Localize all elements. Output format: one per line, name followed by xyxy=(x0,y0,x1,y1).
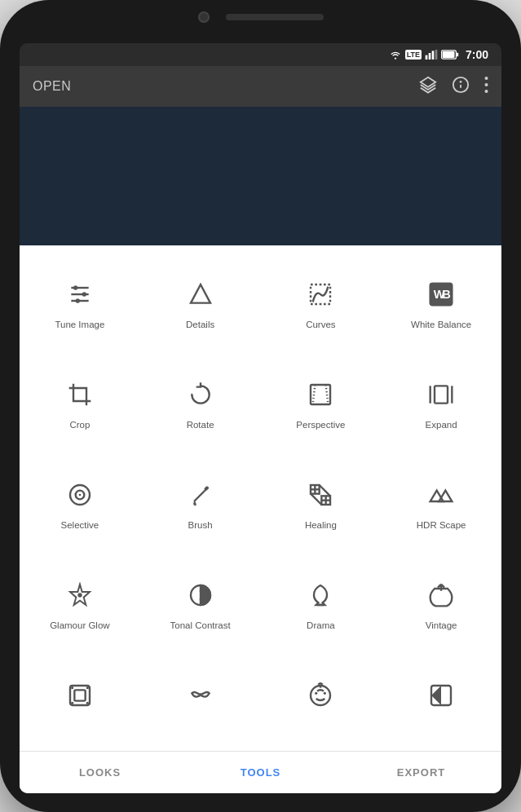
more-icon[interactable] xyxy=(484,76,488,98)
svg-marker-20 xyxy=(191,285,210,303)
bottom-nav: LOOKS TOOLS EXPORT xyxy=(20,751,501,793)
status-icons: LTE 7:00 xyxy=(389,48,488,61)
tool-expand[interactable]: Expand xyxy=(381,354,501,454)
healing-label: Healing xyxy=(305,519,337,532)
tool-curves[interactable]: Curves xyxy=(261,254,382,354)
perspective-label: Perspective xyxy=(296,419,345,431)
vintage-label: Vintage xyxy=(426,620,457,632)
svg-rect-51 xyxy=(74,690,85,700)
svg-rect-26 xyxy=(435,386,448,403)
status-time: 7:00 xyxy=(466,48,488,61)
tool-hdr-scape[interactable]: HDR Scape xyxy=(381,454,501,554)
tool-drama[interactable]: Drama xyxy=(261,554,382,655)
wifi-icon xyxy=(389,50,402,60)
rotate-label: Rotate xyxy=(187,419,214,431)
tool-noir[interactable] xyxy=(381,655,501,743)
nav-tools-label: TOOLS xyxy=(241,766,281,779)
tool-tune-image[interactable]: Tune Image xyxy=(20,254,140,354)
healing-icon xyxy=(302,477,338,513)
tool-grunge[interactable] xyxy=(261,655,382,743)
brush-icon xyxy=(183,477,219,513)
tools-panel: Tune Image Details xyxy=(20,245,501,793)
signal-icon xyxy=(425,50,438,60)
layers-icon[interactable] xyxy=(419,76,437,98)
vintage-icon xyxy=(423,577,459,613)
white-balance-icon: W B xyxy=(423,276,459,312)
tool-healing[interactable]: Healing xyxy=(261,454,382,554)
svg-text:B: B xyxy=(442,288,451,301)
svg-point-13 xyxy=(485,90,488,93)
toolbar-icons xyxy=(419,76,488,98)
phone-top-bar xyxy=(0,11,521,23)
tool-perspective[interactable]: Perspective xyxy=(261,354,382,454)
selective-label: Selective xyxy=(61,519,99,532)
details-label: Details xyxy=(186,319,214,331)
svg-point-52 xyxy=(71,686,73,689)
tune-image-label: Tune Image xyxy=(55,319,104,331)
tool-rotate[interactable]: Rotate xyxy=(140,354,261,454)
frames-icon xyxy=(62,677,98,713)
nav-looks[interactable]: LOOKS xyxy=(20,752,180,793)
tool-tonal-contrast[interactable]: Tonal Contrast xyxy=(140,554,261,655)
tool-frames[interactable] xyxy=(20,655,140,743)
app-toolbar: OPEN xyxy=(20,66,501,107)
svg-rect-1 xyxy=(429,53,431,60)
svg-rect-2 xyxy=(432,51,435,60)
tool-vintage[interactable]: Vintage xyxy=(381,554,501,655)
drama-icon xyxy=(302,577,338,613)
hdr-scape-label: HDR Scape xyxy=(417,519,466,532)
svg-point-57 xyxy=(315,692,317,695)
svg-point-17 xyxy=(73,285,77,289)
svg-point-54 xyxy=(71,702,73,704)
phone-screen: LTE 7:00 OPEN xyxy=(20,43,501,793)
tool-selective[interactable]: Selective xyxy=(20,454,140,554)
tool-crop[interactable]: Crop xyxy=(20,354,140,454)
perspective-icon xyxy=(302,377,338,413)
svg-line-32 xyxy=(194,488,207,501)
svg-point-55 xyxy=(86,702,89,704)
tool-details[interactable]: Details xyxy=(140,254,261,354)
selective-icon xyxy=(62,477,98,513)
tool-white-balance[interactable]: W B White Balance xyxy=(381,254,501,354)
svg-point-56 xyxy=(311,686,330,705)
tool-face[interactable] xyxy=(140,655,261,743)
tool-glamour-glow[interactable]: Glamour Glow xyxy=(20,554,140,655)
svg-point-53 xyxy=(86,686,89,689)
drama-label: Drama xyxy=(307,620,335,632)
nav-export[interactable]: EXPORT xyxy=(341,752,501,793)
nav-tools[interactable]: TOOLS xyxy=(180,752,341,793)
expand-icon xyxy=(423,377,459,413)
speaker-grille xyxy=(226,14,324,20)
svg-line-40 xyxy=(320,485,330,496)
svg-point-45 xyxy=(77,593,82,597)
battery-icon xyxy=(441,50,459,60)
phone-frame: LTE 7:00 OPEN xyxy=(0,0,521,812)
tools-grid: Tune Image Details xyxy=(20,245,501,751)
curves-icon xyxy=(302,276,338,312)
white-balance-label: White Balance xyxy=(411,319,471,331)
open-button[interactable]: OPEN xyxy=(33,79,419,94)
face-icon xyxy=(183,677,219,713)
brush-label: Brush xyxy=(188,519,213,532)
tune-image-icon xyxy=(62,276,98,312)
svg-point-12 xyxy=(485,83,488,86)
glamour-glow-label: Glamour Glow xyxy=(50,620,110,632)
tool-brush[interactable]: Brush xyxy=(140,454,261,554)
camera-dot xyxy=(198,11,210,23)
svg-point-11 xyxy=(485,77,488,80)
svg-point-18 xyxy=(82,292,86,296)
grunge-icon xyxy=(302,677,338,713)
glamour-glow-icon xyxy=(62,577,98,613)
svg-point-58 xyxy=(324,692,326,695)
svg-rect-0 xyxy=(426,55,428,60)
info-icon[interactable] xyxy=(452,76,470,98)
noir-icon xyxy=(423,677,459,713)
svg-point-19 xyxy=(76,298,80,302)
crop-icon xyxy=(62,377,98,413)
svg-point-31 xyxy=(79,494,82,496)
nav-looks-label: LOOKS xyxy=(79,766,121,779)
svg-rect-5 xyxy=(457,53,458,57)
curves-label: Curves xyxy=(306,319,335,331)
image-preview xyxy=(20,107,501,245)
tonal-contrast-icon xyxy=(183,577,219,613)
